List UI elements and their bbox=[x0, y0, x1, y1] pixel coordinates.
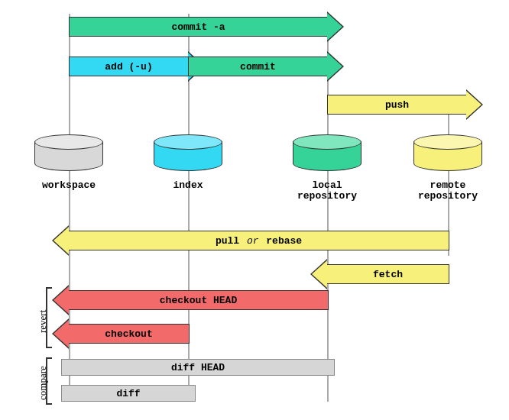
cyl-workspace-label: workspace bbox=[27, 180, 111, 191]
arrow-commit: commit bbox=[188, 57, 344, 76]
side-label-revert: revert bbox=[37, 310, 49, 333]
arrow-commit-label: commit bbox=[235, 61, 280, 73]
arrow-checkout-head-label: checkout HEAD bbox=[155, 295, 242, 306]
cyl-local: local repository bbox=[293, 134, 361, 176]
bar-diff-label: diff bbox=[116, 388, 140, 399]
arrow-pull-rebase-label: pull or rebase bbox=[211, 235, 306, 247]
arrow-checkout-label: checkout bbox=[100, 328, 157, 340]
bar-diff-head: diff HEAD bbox=[61, 359, 335, 376]
arrow-push-label: push bbox=[381, 99, 413, 111]
cyl-index-label: index bbox=[146, 180, 230, 191]
cyl-remote: remote repository bbox=[413, 134, 482, 176]
arrow-commit-a-label: commit -a bbox=[167, 21, 229, 33]
arrow-checkout: checkout bbox=[52, 324, 190, 344]
arrow-add-u: add (-u) bbox=[69, 57, 205, 76]
cyl-workspace: workspace bbox=[34, 134, 103, 176]
arrow-push: push bbox=[327, 95, 483, 115]
arrow-fetch-label: fetch bbox=[368, 269, 407, 280]
cyl-index: index bbox=[154, 134, 222, 176]
bar-diff-head-label: diff HEAD bbox=[171, 362, 225, 373]
git-data-flow-diagram: commit -a add (-u) commit push workspace… bbox=[0, 0, 509, 420]
arrow-pull-rebase: pull or rebase bbox=[52, 231, 449, 250]
arrow-checkout-head: checkout HEAD bbox=[52, 290, 329, 310]
side-label-compare: compare bbox=[37, 366, 49, 400]
arrow-commit-a: commit -a bbox=[69, 17, 344, 37]
cyl-local-label: local repository bbox=[285, 180, 369, 202]
bar-diff: diff bbox=[61, 385, 196, 402]
cyl-remote-label: remote repository bbox=[406, 180, 490, 202]
arrow-fetch: fetch bbox=[310, 264, 449, 284]
arrow-add-u-label: add (-u) bbox=[100, 61, 157, 73]
